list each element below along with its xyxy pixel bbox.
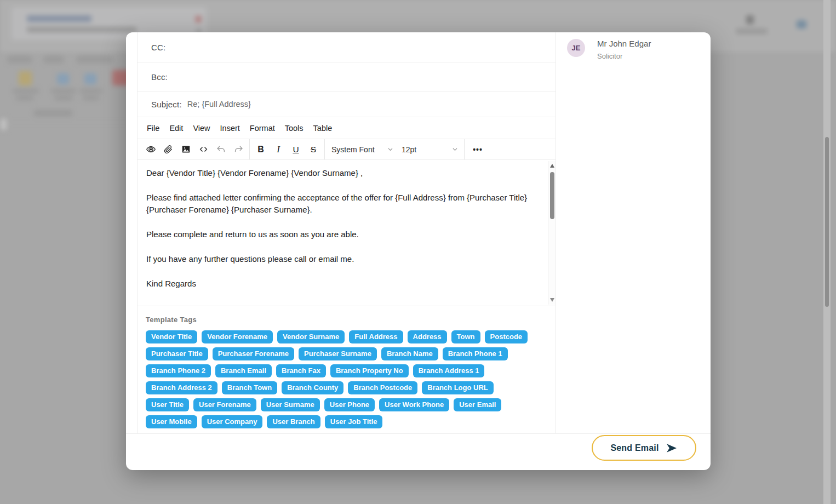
template-tag-user-email[interactable]: User Email — [454, 398, 501, 411]
template-tag-branch-county[interactable]: Branch County — [282, 381, 343, 394]
template-tag-address[interactable]: Address — [408, 330, 447, 343]
italic-button[interactable]: I — [270, 142, 287, 157]
editor-area: Dear {Vendor Title} {Vendor Forename} {V… — [138, 160, 556, 306]
template-tags-section: Template Tags Vendor TitleVendor Forenam… — [138, 306, 556, 428]
image-icon[interactable] — [177, 142, 194, 157]
email-body-paragraph: Dear {Vendor Title} {Vendor Forename} {V… — [146, 167, 539, 179]
undo-icon[interactable] — [212, 142, 230, 157]
template-tag-user-work-phone[interactable]: User Work Phone — [379, 398, 449, 411]
template-tag-branch-postcode[interactable]: Branch Postcode — [348, 381, 417, 394]
template-tag-user-forename[interactable]: User Forename — [193, 398, 256, 411]
cc-label: CC: — [151, 43, 165, 52]
attach-icon[interactable] — [159, 142, 177, 157]
sender-name: Mr John Edgar — [597, 39, 651, 48]
send-arrow-icon — [666, 443, 678, 453]
send-email-modal: CC: Bcc: Subject: FileEditViewInsertForm… — [126, 32, 711, 470]
subject-input[interactable] — [187, 100, 556, 108]
preview-icon[interactable] — [142, 142, 159, 157]
template-tag-purchaser-forename[interactable]: Purchaser Forename — [213, 347, 294, 360]
template-tag-branch-address-2[interactable]: Branch Address 2 — [146, 381, 217, 394]
menu-edit[interactable]: Edit — [164, 121, 188, 136]
strikethrough-button[interactable]: S — [305, 142, 322, 157]
source-code-icon[interactable] — [194, 142, 212, 157]
toolbar-group-more: ••• — [465, 139, 491, 159]
toolbar-group-format: B I U S — [250, 139, 324, 159]
template-tag-user-title[interactable]: User Title — [146, 398, 189, 411]
template-tag-vendor-title[interactable]: Vendor Title — [146, 330, 197, 343]
menu-table[interactable]: Table — [308, 121, 337, 136]
bold-button[interactable]: B — [252, 142, 270, 157]
template-tag-vendor-surname[interactable]: Vendor Surname — [277, 330, 345, 343]
template-tag-branch-town[interactable]: Branch Town — [222, 381, 277, 394]
template-tag-branch-email[interactable]: Branch Email — [215, 364, 272, 377]
email-body-paragraph: Kind Regards — [146, 278, 539, 290]
template-tag-branch-fax[interactable]: Branch Fax — [276, 364, 326, 377]
bcc-label: Bcc: — [151, 72, 168, 82]
template-tag-user-phone[interactable]: User Phone — [324, 398, 375, 411]
template-tag-postcode[interactable]: Postcode — [485, 330, 528, 343]
template-tag-branch-logo-url[interactable]: Branch Logo URL — [422, 381, 494, 394]
toolbar-group-font: System Font 12pt — [325, 139, 464, 159]
cc-input[interactable] — [171, 43, 556, 51]
font-size-value: 12pt — [402, 145, 416, 154]
template-tag-branch-phone-1[interactable]: Branch Phone 1 — [443, 347, 508, 360]
more-toolbar-button[interactable]: ••• — [467, 142, 489, 157]
menu-view[interactable]: View — [188, 121, 215, 136]
cc-field-row[interactable]: CC: — [138, 32, 556, 62]
bcc-input[interactable] — [173, 72, 556, 81]
template-tag-branch-property-no[interactable]: Branch Property No — [330, 364, 409, 377]
chevron-down-icon — [451, 146, 459, 153]
template-tags-list: Vendor TitleVendor ForenameVendor Surnam… — [146, 330, 529, 428]
template-tag-branch-phone-2[interactable]: Branch Phone 2 — [146, 364, 211, 377]
page-scrollbar — [823, 0, 831, 504]
template-tag-user-mobile[interactable]: User Mobile — [146, 415, 197, 428]
email-body-paragraph: Please complete and return to us as soon… — [146, 228, 539, 240]
template-tag-branch-name[interactable]: Branch Name — [381, 347, 438, 360]
avatar: JE — [567, 39, 585, 57]
chevron-down-icon — [387, 146, 394, 153]
underline-button[interactable]: U — [287, 142, 305, 157]
sender-profile: JE Mr John Edgar Solicitor — [567, 39, 704, 60]
editor-scrollbar-thumb[interactable] — [550, 172, 554, 219]
template-tags-title: Template Tags — [146, 316, 547, 324]
send-email-button[interactable]: Send Email — [592, 435, 696, 461]
compose-panel: CC: Bcc: Subject: FileEditViewInsertForm… — [137, 32, 556, 433]
scroll-down-arrow-icon[interactable] — [550, 298, 554, 302]
menu-format[interactable]: Format — [245, 121, 280, 136]
modal-footer: Send Email — [126, 433, 711, 470]
redo-icon[interactable] — [230, 142, 247, 157]
font-size-select[interactable]: 12pt — [397, 142, 462, 157]
editor-toolbar: B I U S System Font 12pt ••• — [138, 139, 556, 160]
menu-tools[interactable]: Tools — [280, 121, 308, 136]
template-tag-user-company[interactable]: User Company — [202, 415, 263, 428]
template-tag-branch-address-1[interactable]: Branch Address 1 — [413, 364, 485, 377]
sender-profile-text: Mr John Edgar Solicitor — [597, 39, 651, 60]
menu-file[interactable]: File — [142, 121, 164, 136]
font-family-select[interactable]: System Font — [327, 142, 397, 157]
menu-insert[interactable]: Insert — [215, 121, 245, 136]
editor-menubar: FileEditViewInsertFormatToolsTable — [138, 117, 556, 139]
email-body-paragraph: If you have any further questions please… — [146, 253, 539, 265]
email-body-paragraph: Please find attached letter confirming t… — [146, 192, 539, 216]
template-tag-user-surname[interactable]: User Surname — [261, 398, 320, 411]
scroll-up-arrow-icon[interactable] — [550, 164, 554, 168]
toolbar-group-insert — [140, 139, 249, 159]
sender-role: Solicitor — [597, 52, 651, 60]
font-family-value: System Font — [331, 145, 375, 154]
send-email-label: Send Email — [610, 443, 659, 453]
template-tag-full-address[interactable]: Full Address — [349, 330, 403, 343]
email-body-editor[interactable]: Dear {Vendor Title} {Vendor Forename} {V… — [138, 160, 548, 306]
template-tag-vendor-forename[interactable]: Vendor Forename — [202, 330, 273, 343]
template-tag-town[interactable]: Town — [451, 330, 480, 343]
template-tag-user-job-title[interactable]: User Job Title — [325, 415, 383, 428]
subject-label: Subject: — [151, 100, 182, 109]
template-tag-purchaser-surname[interactable]: Purchaser Surname — [299, 347, 377, 360]
editor-scrollbar[interactable] — [548, 161, 556, 305]
page-scrollbar-thumb — [825, 137, 829, 307]
bcc-field-row[interactable]: Bcc: — [138, 62, 556, 91]
subject-field-row[interactable]: Subject: — [138, 91, 556, 117]
template-tag-user-branch[interactable]: User Branch — [267, 415, 320, 428]
template-tag-purchaser-title[interactable]: Purchaser Title — [146, 347, 208, 360]
